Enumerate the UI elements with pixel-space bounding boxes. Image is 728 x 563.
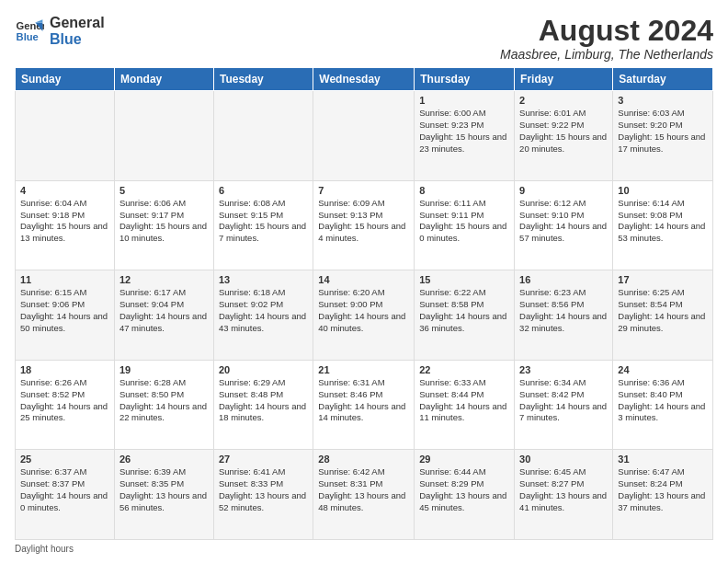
calendar-cell: 30Sunrise: 6:45 AM Sunset: 8:27 PM Dayli… [515,450,613,540]
day-info: Sunrise: 6:25 AM Sunset: 8:54 PM Dayligh… [618,287,708,334]
week-row-5: 25Sunrise: 6:37 AM Sunset: 8:37 PM Dayli… [16,450,713,540]
calendar-cell: 16Sunrise: 6:23 AM Sunset: 8:56 PM Dayli… [515,270,613,361]
col-thursday: Thursday [415,68,515,91]
day-info: Sunrise: 6:15 AM Sunset: 9:06 PM Dayligh… [20,287,109,334]
calendar-cell: 26Sunrise: 6:39 AM Sunset: 8:35 PM Dayli… [114,450,213,540]
title-area: August 2024 Maasbree, Limburg, The Nethe… [500,15,713,62]
day-info: Sunrise: 6:03 AM Sunset: 9:20 PM Dayligh… [618,108,708,155]
day-number: 6 [219,185,308,196]
day-number: 9 [519,185,608,196]
day-info: Sunrise: 6:28 AM Sunset: 8:50 PM Dayligh… [119,377,209,424]
calendar-cell: 7Sunrise: 6:09 AM Sunset: 9:13 PM Daylig… [313,180,415,270]
calendar-cell: 5Sunrise: 6:06 AM Sunset: 9:17 PM Daylig… [114,180,213,270]
day-info: Sunrise: 6:00 AM Sunset: 9:23 PM Dayligh… [419,108,509,155]
calendar-cell: 12Sunrise: 6:17 AM Sunset: 9:04 PM Dayli… [114,270,213,361]
day-number: 17 [618,274,708,285]
calendar-body: 1Sunrise: 6:00 AM Sunset: 9:23 PM Daylig… [16,91,713,540]
day-info: Sunrise: 6:09 AM Sunset: 9:13 PM Dayligh… [318,198,409,245]
day-number: 23 [519,364,608,375]
calendar-cell: 14Sunrise: 6:20 AM Sunset: 9:00 PM Dayli… [313,270,415,361]
day-info: Sunrise: 6:31 AM Sunset: 8:46 PM Dayligh… [318,377,409,424]
col-saturday: Saturday [613,68,713,91]
calendar-cell: 20Sunrise: 6:29 AM Sunset: 8:48 PM Dayli… [213,360,313,450]
day-info: Sunrise: 6:42 AM Sunset: 8:31 PM Dayligh… [318,466,409,513]
day-number: 10 [618,185,708,196]
calendar-cell: 29Sunrise: 6:44 AM Sunset: 8:29 PM Dayli… [415,450,515,540]
day-number: 12 [119,274,209,285]
day-info: Sunrise: 6:33 AM Sunset: 8:44 PM Dayligh… [419,377,509,424]
calendar-cell: 6Sunrise: 6:08 AM Sunset: 9:15 PM Daylig… [213,180,313,270]
day-number: 21 [318,364,409,375]
day-number: 29 [419,454,509,465]
day-number: 14 [318,274,409,285]
logo-icon: General Blue [15,17,44,46]
calendar-cell: 8Sunrise: 6:11 AM Sunset: 9:11 PM Daylig… [415,180,515,270]
day-number: 5 [119,185,209,196]
calendar-cell: 21Sunrise: 6:31 AM Sunset: 8:46 PM Dayli… [313,360,415,450]
week-row-2: 4Sunrise: 6:04 AM Sunset: 9:18 PM Daylig… [16,180,713,270]
header-row: Sunday Monday Tuesday Wednesday Thursday… [16,68,713,91]
day-info: Sunrise: 6:47 AM Sunset: 8:24 PM Dayligh… [618,466,708,513]
calendar-cell: 1Sunrise: 6:00 AM Sunset: 9:23 PM Daylig… [415,91,515,181]
calendar-cell: 24Sunrise: 6:36 AM Sunset: 8:40 PM Dayli… [613,360,713,450]
calendar-table: Sunday Monday Tuesday Wednesday Thursday… [15,67,713,540]
day-info: Sunrise: 6:14 AM Sunset: 9:08 PM Dayligh… [618,198,708,245]
col-wednesday: Wednesday [313,68,415,91]
week-row-4: 18Sunrise: 6:26 AM Sunset: 8:52 PM Dayli… [16,360,713,450]
day-number: 8 [419,185,509,196]
day-info: Sunrise: 6:29 AM Sunset: 8:48 PM Dayligh… [219,377,308,424]
day-number: 7 [318,185,409,196]
calendar-cell: 28Sunrise: 6:42 AM Sunset: 8:31 PM Dayli… [313,450,415,540]
day-info: Sunrise: 6:41 AM Sunset: 8:33 PM Dayligh… [219,466,308,513]
calendar-cell: 13Sunrise: 6:18 AM Sunset: 9:02 PM Dayli… [213,270,313,361]
calendar-cell: 15Sunrise: 6:22 AM Sunset: 8:58 PM Dayli… [415,270,515,361]
calendar-cell: 23Sunrise: 6:34 AM Sunset: 8:42 PM Dayli… [515,360,613,450]
calendar-cell [16,91,115,181]
day-number: 4 [20,185,109,196]
day-number: 3 [618,95,708,106]
day-info: Sunrise: 6:22 AM Sunset: 8:58 PM Dayligh… [419,287,509,334]
calendar-cell [213,91,313,181]
week-row-3: 11Sunrise: 6:15 AM Sunset: 9:06 PM Dayli… [16,270,713,361]
calendar-cell: 19Sunrise: 6:28 AM Sunset: 8:50 PM Dayli… [114,360,213,450]
day-number: 24 [618,364,708,375]
day-number: 31 [618,454,708,465]
day-info: Sunrise: 6:12 AM Sunset: 9:10 PM Dayligh… [519,198,608,245]
month-title: August 2024 [500,15,713,47]
calendar-cell: 3Sunrise: 6:03 AM Sunset: 9:20 PM Daylig… [613,91,713,181]
location: Maasbree, Limburg, The Netherlands [500,47,713,62]
calendar-cell: 25Sunrise: 6:37 AM Sunset: 8:37 PM Dayli… [16,450,115,540]
day-info: Sunrise: 6:23 AM Sunset: 8:56 PM Dayligh… [519,287,608,334]
calendar-cell [114,91,213,181]
day-number: 27 [219,454,308,465]
day-number: 26 [119,454,209,465]
week-row-1: 1Sunrise: 6:00 AM Sunset: 9:23 PM Daylig… [16,91,713,181]
col-friday: Friday [515,68,613,91]
calendar-cell: 10Sunrise: 6:14 AM Sunset: 9:08 PM Dayli… [613,180,713,270]
day-info: Sunrise: 6:18 AM Sunset: 9:02 PM Dayligh… [219,287,308,334]
logo-blue: Blue [50,31,105,48]
col-tuesday: Tuesday [213,68,313,91]
day-number: 19 [119,364,209,375]
logo: General Blue General Blue [15,15,105,49]
calendar-cell: 2Sunrise: 6:01 AM Sunset: 9:22 PM Daylig… [515,91,613,181]
calendar-cell: 27Sunrise: 6:41 AM Sunset: 8:33 PM Dayli… [213,450,313,540]
page: General Blue General Blue August 2024 Ma… [0,0,728,563]
day-number: 15 [419,274,509,285]
header: General Blue General Blue August 2024 Ma… [15,15,713,62]
day-info: Sunrise: 6:06 AM Sunset: 9:17 PM Dayligh… [119,198,209,245]
day-number: 18 [20,364,109,375]
day-info: Sunrise: 6:36 AM Sunset: 8:40 PM Dayligh… [618,377,708,424]
day-number: 30 [519,454,608,465]
day-number: 28 [318,454,409,465]
calendar-cell: 4Sunrise: 6:04 AM Sunset: 9:18 PM Daylig… [16,180,115,270]
day-info: Sunrise: 6:45 AM Sunset: 8:27 PM Dayligh… [519,466,608,513]
day-info: Sunrise: 6:39 AM Sunset: 8:35 PM Dayligh… [119,466,209,513]
day-info: Sunrise: 6:37 AM Sunset: 8:37 PM Dayligh… [20,466,109,513]
day-info: Sunrise: 6:11 AM Sunset: 9:11 PM Dayligh… [419,198,509,245]
footer: Daylight hours [15,544,713,554]
col-monday: Monday [114,68,213,91]
calendar-cell [313,91,415,181]
day-info: Sunrise: 6:17 AM Sunset: 9:04 PM Dayligh… [119,287,209,334]
day-info: Sunrise: 6:20 AM Sunset: 9:00 PM Dayligh… [318,287,409,334]
